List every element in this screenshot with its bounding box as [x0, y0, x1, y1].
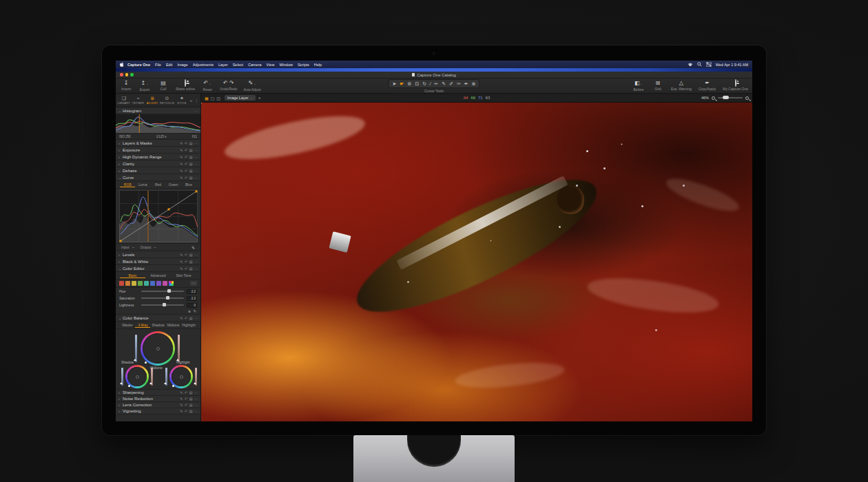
heal-tool-icon[interactable]: ⊛ [472, 81, 476, 87]
local-adjust-icon[interactable]: ✎ [180, 397, 183, 401]
tab-master[interactable]: Master [120, 322, 135, 328]
slider-thumb[interactable] [163, 303, 166, 306]
tab-basic[interactable]: Basic [120, 273, 145, 278]
swatch-more-button[interactable]: ⋯ [190, 281, 197, 286]
photo-canvas[interactable] [201, 103, 752, 421]
tab-highlight[interactable]: Highlight [181, 322, 196, 328]
before-button[interactable]: ◧⌄Before [632, 81, 645, 92]
saturation-slider[interactable] [141, 297, 184, 299]
saturation-value[interactable]: 2.3 [187, 296, 197, 301]
tab-green[interactable]: Green [166, 182, 181, 187]
more-icon[interactable]: ⋯ [194, 316, 198, 320]
more-icon[interactable]: ⋯ [194, 260, 198, 264]
color-range-icon[interactable]: ≡ [188, 309, 190, 313]
preset-icon[interactable]: ▤ [189, 390, 193, 395]
menu-item-edit[interactable]: Edit [166, 63, 172, 67]
color-swatch-4[interactable] [144, 281, 149, 286]
more-icon[interactable]: ⋯ [194, 390, 198, 395]
more-icon[interactable]: ⋯ [194, 409, 198, 413]
more-icon[interactable]: ⋯ [194, 141, 198, 145]
control-center-icon[interactable] [706, 62, 712, 67]
color-picker-icon[interactable]: ✎ [193, 309, 196, 313]
menu-item-layer[interactable]: Layer [218, 63, 228, 67]
reset-icon[interactable]: ↶ [185, 390, 187, 395]
reset-icon[interactable]: ↶ [185, 266, 187, 271]
tab-tether[interactable]: ⌁TETHER [132, 96, 145, 105]
local-adjust-icon[interactable]: ✎ [180, 260, 183, 264]
preset-icon[interactable]: ▤ [189, 155, 193, 159]
panel-row-noise-reduction[interactable]: ›Noise Reduction✎↶▤⋯ [116, 396, 200, 402]
more-icon[interactable]: ⋯ [194, 155, 198, 159]
hue-value[interactable]: 2.2 [187, 289, 197, 294]
share-online-button[interactable]: Share online [176, 81, 195, 91]
curve-output-value[interactable]: -- [154, 245, 156, 249]
minimize-window-button[interactable] [125, 73, 129, 76]
tab-style[interactable]: ✦STYLE [175, 96, 189, 105]
close-window-button[interactable] [120, 73, 123, 76]
reset-button[interactable]: ↶⌄Reset [201, 81, 214, 92]
export-button[interactable]: ↥⌄Export [138, 81, 151, 92]
shadow-saturation-slider[interactable] [151, 368, 153, 386]
exp-warning-button[interactable]: △Exp. Warning [671, 81, 692, 91]
color-swatch-0[interactable] [119, 281, 124, 286]
search-icon[interactable] [697, 62, 702, 67]
tab-rgb[interactable]: RGB [120, 182, 135, 187]
local-adjust-icon[interactable]: ✎ [180, 169, 183, 173]
preset-icon[interactable]: ▤ [189, 403, 193, 407]
shadow-wheel[interactable] [125, 365, 149, 388]
panel-row-black-white[interactable]: ›Black & White✎↶▤⋯ [116, 258, 200, 265]
more-icon[interactable]: ⋯ [194, 162, 198, 166]
color-swatch-5[interactable] [150, 281, 155, 286]
rotate-tool-icon[interactable]: ↻ [422, 81, 426, 87]
midtone-wheel[interactable] [141, 331, 175, 366]
slider-thumb[interactable] [167, 289, 171, 293]
local-adjust-icon[interactable]: ✎ [180, 148, 183, 152]
color-swatch-7[interactable] [163, 281, 167, 286]
hand-tool-icon[interactable]: ☛ [400, 81, 404, 87]
gradient-mask-icon[interactable]: ✐ [449, 81, 453, 87]
local-adjust-icon[interactable]: ✎ [180, 409, 183, 413]
color-swatch-1[interactable] [125, 281, 130, 286]
undo-redo-button[interactable]: ↶ ↷Undo/Redo [220, 81, 237, 91]
panel-row-sharpening[interactable]: ›Sharpening✎↶▤⋯ [116, 390, 200, 396]
menu-item-image[interactable]: Image [177, 63, 187, 67]
local-adjust-icon[interactable]: ✎ [180, 390, 183, 395]
zoom-in-icon[interactable] [745, 96, 749, 100]
midtone-lightness-slider[interactable] [135, 335, 137, 362]
panel-row-layers-masks[interactable]: ›Layers & Masks✎↶▤⋯ [116, 140, 200, 147]
slider-thumb[interactable] [166, 296, 169, 300]
reset-icon[interactable]: ↶ [185, 148, 187, 152]
more-icon[interactable]: ⋯ [194, 397, 198, 401]
color-swatch-3[interactable] [138, 281, 143, 286]
tab-midtone[interactable]: Midtone [166, 322, 181, 328]
tab-3-way[interactable]: 3-Way [135, 322, 150, 328]
single-view-icon[interactable]: ▢ [211, 96, 215, 101]
crop-tool-icon[interactable]: ⊡ [415, 81, 419, 87]
tab-retouch[interactable]: ⊙RETOUCH [160, 96, 174, 105]
more-icon[interactable]: ⋯ [194, 403, 198, 407]
reset-icon[interactable]: ↶ [185, 141, 187, 145]
reset-icon[interactable]: ↶ [185, 397, 187, 401]
erase-mask-icon[interactable]: ✎ [442, 81, 446, 87]
panel-row-levels[interactable]: ›Levels✎↶▤⋯ [116, 251, 200, 258]
midtone-saturation-slider[interactable] [178, 335, 180, 362]
menu-item-capture-one[interactable]: Capture One [127, 63, 150, 67]
reset-icon[interactable]: ↶ [185, 403, 187, 407]
panel-row-vignetting[interactable]: ›Vignetting✎↶▤⋯ [116, 408, 200, 415]
reset-icon[interactable]: ↶ [185, 253, 187, 257]
preset-icon[interactable]: ▤ [189, 260, 193, 264]
menu-clock[interactable]: Wed Apr 1 9:41 AM [716, 63, 748, 67]
panel-row-high-dynamic-range[interactable]: ›High Dynamic Range✎↶▤⋯ [116, 154, 200, 160]
tab-red[interactable]: Red [150, 182, 165, 187]
grid-button[interactable]: ⊞Grid [652, 81, 664, 91]
color-swatch-2[interactable] [132, 281, 136, 286]
tab-library[interactable]: ❏LIBRARY [117, 96, 131, 105]
highlight-lightness-slider[interactable] [165, 368, 167, 386]
lightness-slider[interactable] [141, 304, 184, 306]
preset-icon[interactable]: ▤ [189, 169, 193, 173]
panel-row-dehaze[interactable]: ›Dehaze✎↶▤⋯ [116, 167, 200, 174]
auto-adjust-button[interactable]: ✎⌄Auto Adjust [243, 81, 260, 92]
zoom-out-icon[interactable] [712, 96, 715, 100]
menu-item-help[interactable]: Help [314, 63, 322, 67]
local-adjust-icon[interactable]: ✎ [180, 403, 183, 407]
